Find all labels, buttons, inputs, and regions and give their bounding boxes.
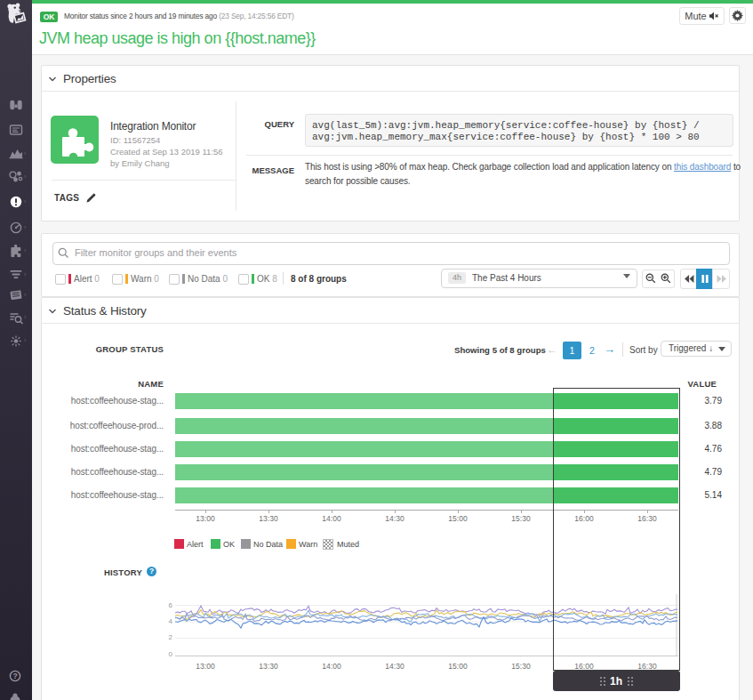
svg-text:?: ? [12,672,17,680]
svg-text:1h: 1h [610,675,622,688]
